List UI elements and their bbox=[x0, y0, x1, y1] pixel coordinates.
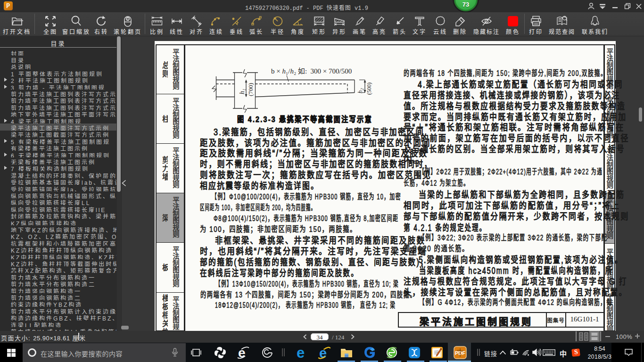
svg-text:e: e bbox=[297, 346, 305, 359]
